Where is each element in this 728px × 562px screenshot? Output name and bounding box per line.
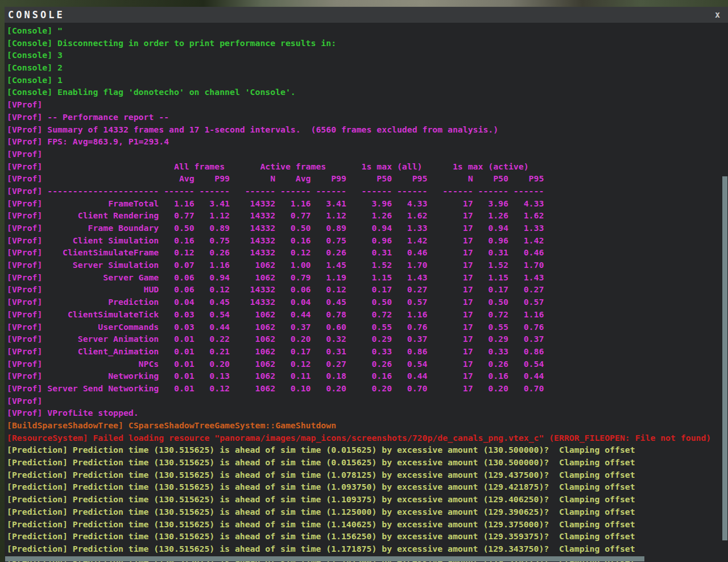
log-line: [VProf] Frame Boundary 0.50 0.89 14332 0… <box>7 222 728 234</box>
log-line: [Console] 2 <box>7 61 728 74</box>
horizontal-scrollbar-thumb[interactable] <box>5 556 644 561</box>
log-line: [Console] Disconnecting in order to prin… <box>7 37 728 49</box>
log-line: [VProf] FrameTotal 1.16 3.41 14332 1.16 … <box>7 197 728 210</box>
log-line: [VProf] NPCs 0.01 0.20 1062 0.12 0.27 0.… <box>7 358 728 370</box>
log-line: [VProf] HUD 0.06 0.12 14332 0.06 0.12 0.… <box>7 283 728 296</box>
log-line: [BuildSparseShadowTree] CSparseShadowTre… <box>7 419 728 432</box>
console-title: CONSOLE <box>8 9 65 21</box>
log-line: [VProf] Server Game 0.06 0.94 1062 0.79 … <box>7 271 728 284</box>
log-line: [VProf] ClientSimulateTick 0.03 0.54 106… <box>7 308 728 321</box>
log-line: [Prediction] Prediction time (130.515625… <box>7 506 728 518</box>
log-line: [ResourceSystem] Failed loading resource… <box>7 432 728 444</box>
log-line: [VProf] Server Send Networking 0.01 0.12… <box>7 382 728 395</box>
log-line: [VProf] VProfLite stopped. <box>7 407 728 419</box>
log-line: [Prediction] Prediction time (130.515625… <box>7 543 728 555</box>
log-line: [VProf] -- Performance report -- <box>7 111 728 123</box>
log-line: [VProf] All frames Active frames 1s max … <box>7 160 728 173</box>
log-line: [VProf] Client Rendering 0.77 1.12 14332… <box>7 209 728 222</box>
log-line: [Prediction] Prediction time (130.515625… <box>7 481 728 493</box>
log-line: [Prediction] Prediction time (130.515625… <box>7 469 728 481</box>
horizontal-scrollbar[interactable] <box>5 556 721 561</box>
log-line: [Console] 3 <box>7 49 728 61</box>
log-line: [VProf] Client Simulation 0.16 0.75 1433… <box>7 234 728 247</box>
log-line: [Prediction] Prediction time (130.515625… <box>7 530 728 543</box>
log-line: [VProf] <box>7 395 728 407</box>
log-line: [Console] Enabling flag 'donotecho' on c… <box>7 86 728 98</box>
log-line: [VProf] ClientSimulateFrame 0.12 0.26 14… <box>7 246 728 259</box>
log-line: [Prediction] Prediction time (130.515625… <box>7 493 728 506</box>
log-line: [Prediction] Prediction time (130.515625… <box>7 444 728 456</box>
console-log[interactable]: [Console] "[Console] Disconnecting in or… <box>5 23 728 562</box>
log-line: [VProf] FPS: Avg=863.9, P1=293.4 <box>7 135 728 148</box>
log-line: [VProf] <box>7 98 728 111</box>
log-line: [Console] " <box>7 24 728 37</box>
log-line: [VProf] Prediction 0.04 0.45 14332 0.04 … <box>7 296 728 308</box>
vertical-scrollbar[interactable] <box>722 23 728 562</box>
log-line: [VProf] Server Animation 0.01 0.22 1062 … <box>7 333 728 345</box>
console-window: CONSOLE x [Console] "[Console] Disconnec… <box>5 7 728 562</box>
log-line: [VProf] Summary of 14332 frames and 17 1… <box>7 123 728 136</box>
log-line: [Prediction] Prediction time (130.515625… <box>7 518 728 531</box>
vertical-scrollbar-thumb[interactable] <box>722 176 727 540</box>
log-line: [Prediction] Prediction time (130.515625… <box>7 456 728 469</box>
log-line: [VProf] <box>7 148 728 160</box>
log-line: [VProf] Avg P99 N Avg P99 P50 P95 N P50 … <box>7 172 728 185</box>
console-titlebar[interactable]: CONSOLE x <box>5 7 728 23</box>
log-line: [VProf] UserCommands 0.03 0.44 1062 0.37… <box>7 321 728 333</box>
log-line: [VProf] Client_Animation 0.01 0.21 1062 … <box>7 345 728 358</box>
close-icon[interactable]: x <box>715 11 720 19</box>
screen: { "window": { "title": "CONSOLE", "close… <box>0 0 728 562</box>
log-line: [VProf] Server Simulation 0.07 1.16 1062… <box>7 259 728 271</box>
log-line: [VProf] ---------------------- ------ --… <box>7 185 728 197</box>
log-line: [VProf] Networking 0.01 0.13 1062 0.11 0… <box>7 370 728 382</box>
log-line: [Console] 1 <box>7 74 728 86</box>
